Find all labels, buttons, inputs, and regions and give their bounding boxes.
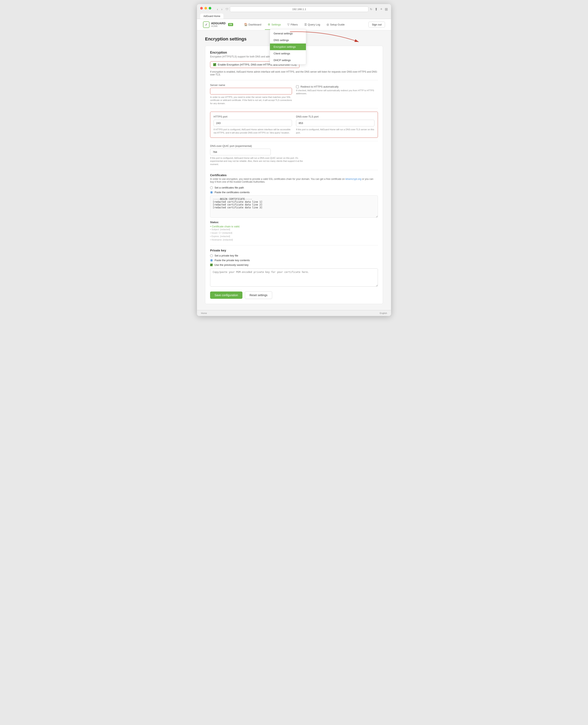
server-name-hint: In order to use HTTPS, you need to enter… — [210, 96, 292, 105]
pk-file-radio[interactable] — [210, 254, 213, 257]
share-icon[interactable]: ⬆ — [375, 7, 378, 12]
cert-file-radio[interactable] — [210, 186, 213, 189]
https-port-wrap — [213, 120, 292, 126]
close-button[interactable] — [200, 7, 203, 9]
browser-bottom: Home English — [197, 310, 391, 316]
footer-right: English — [380, 312, 387, 314]
pk-paste-radio[interactable] — [210, 259, 213, 262]
save-configuration-button[interactable]: Save configuration — [210, 291, 243, 299]
quic-section: DNS-over-QUIC port (experimental) If thi… — [210, 144, 378, 166]
quic-hint: If this port is configured, AdGuard Home… — [210, 157, 307, 166]
browser-controls — [200, 7, 211, 9]
pk-file-label: Set a private key file — [214, 254, 238, 257]
status-expires: • Expires: [redacted] — [210, 235, 378, 238]
action-buttons: Save configuration Reset settings — [210, 291, 378, 299]
server-name-left: Server name In order to use HTTPS, you n… — [210, 84, 292, 105]
ports-section: HTTPS port DNS-over-TLS port If HTTPS po… — [210, 112, 378, 138]
dropdown-general[interactable]: General settings — [270, 30, 306, 37]
https-port-hint: If HTTPS port is configured, AdGuard Hom… — [213, 128, 292, 134]
letsencrypt-link[interactable]: letsencrypt.org — [345, 178, 361, 181]
add-tab-icon[interactable]: + — [380, 7, 382, 11]
status-issuer: • Issuer: C= [redacted] — [210, 231, 378, 234]
nav-query-log[interactable]: ☰ Query Log — [301, 20, 323, 30]
forward-button[interactable]: › — [220, 7, 223, 12]
redirect-checkbox[interactable] — [296, 85, 299, 88]
logo: ✓ ADGUARD HOME ON — [203, 21, 233, 28]
redirect-section: Redirect to HTTPS automatically If check… — [296, 84, 378, 105]
pk-paste-option[interactable]: Paste the private key contents — [210, 259, 378, 262]
address-bar[interactable]: 192.168.1.1 — [230, 6, 369, 12]
quic-label: DNS-over-QUIC port (experimental) — [210, 144, 378, 147]
cert-desc: In order to use encryption, you need to … — [210, 178, 378, 183]
status-valid: • Certificate chain is valid. — [210, 225, 378, 228]
prev-key-label: Use the previously saved key — [214, 263, 249, 266]
cert-paste-label: Paste the certificates contents — [214, 191, 250, 194]
dropdown-dhcp[interactable]: DHCP settings — [270, 57, 306, 63]
status-section: Status: • Certificate chain is valid. • … — [210, 221, 378, 241]
browser-titlebar: ‹ › 🛡 192.168.1.1 ↻ ⬆ + ⊞ AdGuard Home — [197, 4, 391, 19]
back-button[interactable]: ‹ — [216, 7, 219, 12]
nav-query-log-label: Query Log — [308, 23, 320, 26]
cert-paste-radio[interactable] — [210, 191, 213, 194]
settings-dropdown: General settings DNS settings Encryption… — [270, 29, 306, 64]
redirect-label: Redirect to HTTPS automatically — [300, 85, 339, 88]
encryption-card: Encryption Encryption (HTTPS/TLS) suppor… — [205, 46, 383, 304]
logo-name: ADGUARD HOME — [211, 22, 226, 28]
app-header: ✓ ADGUARD HOME ON 🏠 Dashboard ⚙ Settings… — [197, 19, 391, 30]
https-port-input[interactable] — [213, 120, 292, 126]
dns-tls-port-wrap — [296, 120, 375, 126]
private-key-textarea[interactable] — [210, 268, 378, 287]
dns-tls-port-input[interactable] — [296, 120, 375, 126]
grid-icon[interactable]: ⊞ — [385, 7, 388, 12]
cert-textarea[interactable]: -----BEGIN CERTIFICATE----- [redacted ce… — [210, 195, 378, 218]
server-name-label: Server name — [210, 84, 292, 87]
https-port-label: HTTPS port — [213, 115, 292, 118]
nav-setup-guide-label: Setup Guide — [330, 23, 344, 26]
browser-tabs: AdGuard Home — [200, 14, 388, 19]
pk-file-option[interactable]: Set a private key file — [210, 254, 378, 257]
footer-left: Home — [201, 312, 207, 314]
minimize-button[interactable] — [205, 7, 207, 9]
maximize-button[interactable] — [209, 7, 211, 9]
page-content: Encryption settings Encryption Encryptio… — [197, 30, 391, 310]
browser-nav: ‹ › — [216, 7, 223, 12]
address-bar-row: 🛡 192.168.1.1 ↻ — [226, 6, 373, 12]
status-hostname: • Hostname: [redacted] — [210, 238, 378, 241]
dashboard-icon: 🏠 — [244, 23, 248, 26]
server-name-input[interactable] — [210, 88, 292, 95]
nav-setup-guide[interactable]: ◎ Setup Guide — [324, 20, 348, 30]
nav-filters-label: Filters — [291, 23, 298, 26]
status-subject: • Subject: [redacted] — [210, 228, 378, 231]
dns-tls-port-hint: If this port is configured, AdGuard Home… — [296, 128, 375, 134]
settings-icon: ⚙ — [268, 23, 270, 26]
filters-icon: ▽ — [287, 23, 290, 26]
logo-on-badge: ON — [228, 23, 233, 26]
active-tab[interactable]: AdGuard Home — [200, 14, 224, 19]
app-nav: 🏠 Dashboard ⚙ Settings ▽ Filters ☰ Query… — [241, 20, 369, 29]
cert-file-option[interactable]: Set a certificates file path — [210, 186, 378, 189]
dropdown-client[interactable]: Client settings — [270, 50, 306, 57]
enable-encryption-checkbox[interactable] — [213, 63, 216, 66]
reset-settings-button[interactable]: Reset settings — [245, 291, 272, 299]
server-name-section: Server name In order to use HTTPS, you n… — [210, 84, 378, 105]
browser-window: ‹ › 🛡 192.168.1.1 ↻ ⬆ + ⊞ AdGuard Home ✓… — [197, 4, 391, 316]
nav-filters[interactable]: ▽ Filters — [285, 20, 300, 30]
cert-paste-option[interactable]: Paste the certificates contents — [210, 191, 378, 194]
sign-out-button[interactable]: Sign out — [369, 22, 385, 27]
ports-grid — [213, 120, 375, 126]
redirect-checkbox-row[interactable]: Redirect to HTTPS automatically — [296, 85, 378, 88]
dropdown-dns[interactable]: DNS settings — [270, 37, 306, 43]
pk-paste-label: Paste the private key contents — [214, 259, 250, 262]
ports-labels: HTTPS port DNS-over-TLS port — [213, 115, 375, 118]
logo-shield-icon: ✓ — [203, 21, 209, 28]
nav-dashboard[interactable]: 🏠 Dashboard — [241, 20, 264, 30]
setup-guide-icon: ◎ — [327, 23, 329, 26]
quic-port-input[interactable] — [210, 149, 271, 156]
nav-dashboard-label: Dashboard — [249, 23, 261, 26]
prev-key-checkbox[interactable] — [210, 264, 213, 266]
status-label: Status: — [210, 221, 378, 224]
nav-settings[interactable]: ⚙ Settings — [265, 20, 284, 30]
dropdown-encryption[interactable]: Encryption settings — [270, 43, 306, 50]
prev-key-row[interactable]: Use the previously saved key — [210, 263, 378, 266]
cert-section-title: Certificates — [210, 173, 378, 177]
